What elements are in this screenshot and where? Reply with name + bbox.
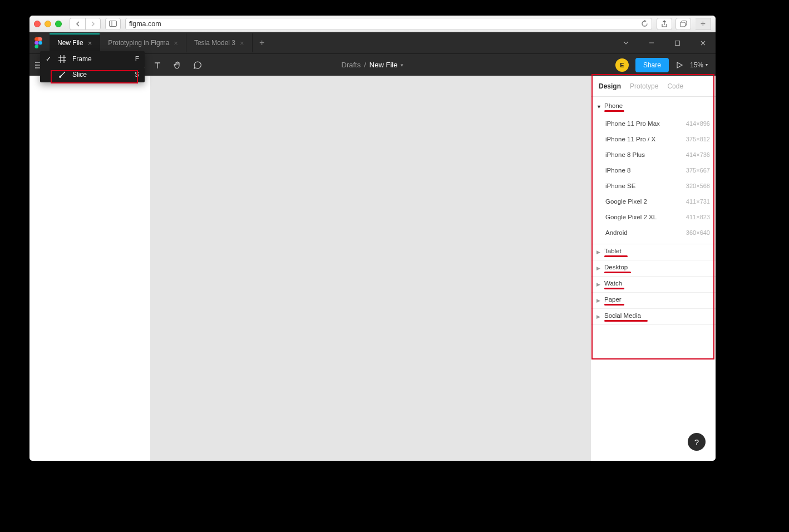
back-button[interactable] (70, 18, 85, 30)
hand-tool[interactable] (167, 54, 188, 76)
minimize-window-icon[interactable] (45, 21, 51, 27)
refresh-icon[interactable] (641, 20, 648, 27)
preset-name: iPhone 8 (605, 167, 630, 174)
browser-window: figma.com + New File×Prototyping in Figm… (29, 16, 716, 461)
sidebar-toggle-button[interactable] (105, 18, 121, 30)
preset-iphone-8-plus[interactable]: iPhone 8 Plus414×736 (591, 147, 716, 162)
right-panel-tabs: Design Prototype Code (591, 76, 716, 97)
tab-design[interactable]: Design (599, 82, 621, 90)
preset-iphone-11-pro-max[interactable]: iPhone 11 Pro Max414×896 (591, 116, 716, 131)
preset-name: Google Pixel 2 XL (605, 214, 657, 220)
dropdown-item-slice[interactable]: SliceS (40, 67, 145, 82)
avatar[interactable]: E (615, 58, 629, 72)
window-close-button[interactable] (690, 32, 716, 53)
url-bar[interactable]: figma.com (125, 18, 652, 30)
chevron-down-icon: ▾ (401, 62, 403, 68)
disclosure-icon: ▶ (596, 314, 601, 319)
svg-rect-3 (680, 22, 685, 27)
frame-tool-dropdown: ✓FrameFSliceS (40, 51, 145, 82)
preset-android[interactable]: Android360×640 (591, 225, 716, 240)
figma-logo-icon[interactable] (31, 33, 46, 52)
canvas[interactable] (151, 76, 590, 461)
preset-iphone-se[interactable]: iPhone SE320×568 (591, 178, 716, 194)
tab-label: Prototyping in Figma (108, 39, 169, 47)
category-label: Paper (604, 296, 622, 303)
share-icon[interactable] (657, 18, 672, 30)
check-icon: ✓ (45, 55, 52, 63)
add-tab-button[interactable]: + (253, 38, 272, 48)
shortcut: S (135, 71, 139, 78)
tab-label: Tesla Model 3 (194, 39, 235, 47)
close-icon[interactable]: × (240, 39, 244, 47)
category-label: Phone (604, 102, 623, 109)
browser-chrome: figma.com + (29, 16, 716, 32)
preset-size: 411×731 (686, 198, 710, 205)
window-minimize-button[interactable] (639, 32, 664, 53)
text-tool[interactable] (147, 54, 167, 76)
chevron-down-icon: ▾ (706, 62, 708, 67)
window-maximize-button[interactable] (664, 32, 690, 53)
window-traffic-lights (34, 21, 62, 27)
disclosure-icon: ▶ (596, 298, 601, 303)
close-icon[interactable]: × (174, 39, 178, 47)
highlight-underline (604, 320, 648, 322)
category-label: Tablet (604, 248, 622, 254)
disclosure-icon: ▶ (596, 249, 601, 255)
tab-new-file[interactable]: New File× (50, 33, 100, 52)
preset-category-phone[interactable]: ▼Phone (591, 99, 716, 115)
svg-rect-6 (675, 41, 679, 45)
main-area: Layers Design Prototype Code ▼PhoneiPhon… (29, 76, 716, 461)
tab-prototype[interactable]: Prototype (630, 82, 658, 90)
disclosure-icon: ▶ (596, 265, 601, 271)
preset-size: 375×667 (686, 167, 710, 174)
highlight-underline (604, 288, 624, 289)
preset-name: iPhone SE (605, 183, 635, 189)
preset-category-watch[interactable]: ▶Watch (591, 277, 716, 292)
tabs-icon[interactable] (675, 18, 691, 30)
right-panel: Design Prototype Code ▼PhoneiPhone 11 Pr… (590, 76, 716, 461)
left-panel: Layers (29, 76, 151, 461)
breadcrumb-parent: Drafts (342, 61, 361, 69)
dropdown-label: Frame (72, 55, 130, 63)
maximize-window-icon[interactable] (55, 21, 62, 27)
tab-label: New File (57, 39, 83, 47)
figma-app: New File×Prototyping in Figma×Tesla Mode… (29, 32, 716, 461)
present-button[interactable] (675, 61, 683, 69)
preset-category-desktop[interactable]: ▶Desktop (591, 260, 716, 276)
category-label: Social Media (604, 312, 641, 319)
new-tab-button[interactable]: + (696, 18, 711, 30)
dropdown-item-frame[interactable]: ✓FrameF (40, 51, 145, 67)
preset-category-paper[interactable]: ▶Paper (591, 293, 716, 308)
window-controls (613, 32, 716, 53)
highlight-underline (604, 110, 624, 112)
zoom-control[interactable]: 15%▾ (690, 61, 708, 69)
share-button[interactable]: Share (635, 58, 669, 72)
window-caret-button[interactable] (613, 32, 639, 53)
preset-google-pixel-2-xl[interactable]: Google Pixel 2 XL411×823 (591, 209, 716, 225)
help-button[interactable]: ? (688, 433, 706, 451)
highlight-underline (604, 255, 628, 257)
app-tabs-bar: New File×Prototyping in Figma×Tesla Mode… (29, 32, 716, 53)
highlight-underline (604, 272, 631, 273)
toolbar-right: E Share 15%▾ (615, 58, 716, 72)
preset-name: Google Pixel 2 (605, 198, 647, 205)
svg-rect-0 (110, 21, 117, 27)
close-window-icon[interactable] (34, 21, 41, 27)
close-icon[interactable]: × (88, 39, 92, 47)
preset-size: 414×736 (686, 151, 710, 158)
preset-category-social-media[interactable]: ▶Social Media (591, 309, 716, 324)
comment-tool[interactable] (188, 54, 208, 76)
preset-google-pixel-2[interactable]: Google Pixel 2411×731 (591, 194, 716, 209)
preset-iphone-8[interactable]: iPhone 8375×667 (591, 162, 716, 178)
disclosure-icon: ▶ (596, 282, 601, 287)
tab-tesla-model-3[interactable]: Tesla Model 3× (186, 33, 253, 52)
frame-icon (58, 55, 67, 63)
tab-code[interactable]: Code (667, 82, 683, 90)
preset-iphone-11-pro-x[interactable]: iPhone 11 Pro / X375×812 (591, 131, 716, 147)
frame-presets: ▼PhoneiPhone 11 Pro Max414×896iPhone 11 … (591, 97, 716, 327)
tab-prototyping-in-figma[interactable]: Prototyping in Figma× (100, 33, 186, 52)
forward-button[interactable] (85, 18, 101, 30)
preset-category-tablet[interactable]: ▶Tablet (591, 244, 716, 260)
breadcrumb[interactable]: Drafts / New File ▾ (342, 61, 404, 69)
shortcut: F (135, 55, 139, 63)
